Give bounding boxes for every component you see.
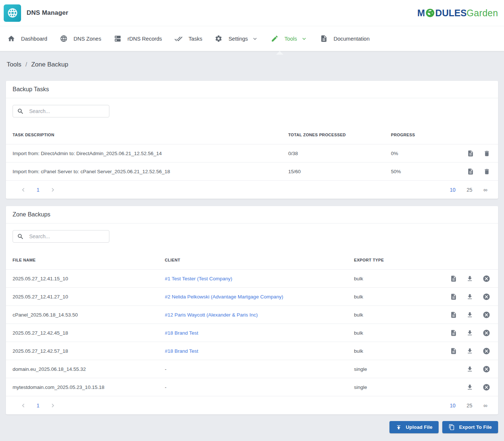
- backup-file-name: 2025.05.27_12.41.15_10: [13, 276, 165, 281]
- view-file-button[interactable]: [467, 150, 474, 157]
- upload-file-button[interactable]: Upload File: [389, 421, 439, 433]
- backup-tasks-search-input[interactable]: [13, 105, 109, 117]
- page-size-all[interactable]: ∞: [483, 402, 487, 408]
- backup-export-type: single: [354, 366, 450, 372]
- zone-backups-pagination: 1 10 25 ∞: [6, 396, 498, 414]
- delete-task-button[interactable]: [483, 150, 490, 157]
- zone-backups-table-header: FILE NAME CLIENT EXPORT TYPE: [6, 251, 498, 269]
- table-row: 2025.05.27_12.42.57_18 #18 Brand Test bu…: [6, 342, 498, 360]
- next-page-button[interactable]: [49, 402, 57, 409]
- remove-backup-button[interactable]: [483, 275, 490, 283]
- remove-backup-button[interactable]: [483, 347, 490, 355]
- table-row: cPanel_2025.06.18_14.53.50 #12 Paris Way…: [6, 305, 498, 324]
- column-header-task-description: TASK DESCRIPTION: [13, 133, 288, 137]
- backup-tasks-pagination: 1 10 25 ∞: [6, 180, 498, 199]
- active-nav-pointer: [276, 51, 283, 55]
- backup-file-name: mytestdomain.com_2025.05.23_10.15.18: [13, 384, 165, 390]
- nav-item-label: Tasks: [188, 36, 202, 42]
- download-file-button[interactable]: [466, 293, 473, 300]
- backup-client[interactable]: #1 Test Tester (Test Company): [165, 276, 354, 281]
- nav-item-dashboard[interactable]: Dashboard: [7, 35, 47, 42]
- breadcrumb-section[interactable]: Tools: [7, 61, 21, 68]
- download-file-button[interactable]: [466, 366, 473, 373]
- table-row: mytestdomain.com_2025.05.23_10.15.18 - s…: [6, 378, 498, 396]
- nav-item-tools[interactable]: Tools: [271, 35, 307, 42]
- view-file-button[interactable]: [467, 168, 474, 175]
- backup-export-type: bulk: [354, 330, 450, 336]
- nav-item-label: Tools: [285, 36, 297, 42]
- page-actions: Upload File Export To File: [6, 421, 498, 433]
- page-number[interactable]: 1: [37, 187, 40, 193]
- download-file-button[interactable]: [466, 348, 473, 355]
- page-number[interactable]: 1: [37, 403, 40, 408]
- breadcrumb: Tools / Zone Backup: [7, 61, 498, 68]
- page-size-all[interactable]: ∞: [483, 187, 487, 193]
- nav-item-rdns-records[interactable]: rDNS Records: [114, 35, 162, 42]
- download-file-button[interactable]: [466, 311, 473, 318]
- backup-file-name: 2025.05.27_12.42.45_18: [13, 330, 165, 336]
- download-file-button[interactable]: [466, 384, 473, 391]
- task-total-zones: 15/60: [288, 169, 391, 174]
- backup-client[interactable]: #2 Nelida Pelkowski (Advantage Martgage …: [165, 294, 354, 300]
- pencil-icon: [271, 35, 279, 42]
- upload-file-label: Upload File: [406, 424, 432, 430]
- table-row: Import from: cPanel Server to: cPanel Se…: [6, 162, 498, 180]
- view-file-button[interactable]: [450, 329, 457, 336]
- nav-item-tasks[interactable]: Tasks: [174, 35, 202, 43]
- app-header: DNS Manager M DULES Garden: [0, 0, 504, 26]
- view-file-button[interactable]: [450, 348, 457, 355]
- table-row: 2025.05.27_12.41.15_10 #1 Test Tester (T…: [6, 269, 498, 287]
- export-to-file-label: Export To File: [459, 424, 492, 430]
- view-file-button[interactable]: [450, 311, 457, 318]
- zone-backups-search-input[interactable]: [13, 230, 109, 243]
- next-page-button[interactable]: [49, 186, 57, 194]
- column-header-export-type: EXPORT TYPE: [354, 258, 498, 262]
- delete-task-button[interactable]: [483, 168, 490, 175]
- nav-item-settings[interactable]: Settings: [215, 35, 258, 42]
- backup-client[interactable]: #18 Brand Test: [165, 330, 354, 336]
- logo-globe-icon: [425, 8, 435, 18]
- page-size-25[interactable]: 25: [467, 403, 473, 408]
- column-header-progress: PROGRESS: [391, 133, 498, 137]
- task-description: Import from: cPanel Server to: cPanel Se…: [13, 169, 288, 174]
- copy-icon: [449, 424, 455, 430]
- breadcrumb-separator: /: [25, 61, 27, 68]
- page-size-10[interactable]: 10: [450, 403, 456, 408]
- download-file-button[interactable]: [466, 329, 473, 336]
- nav-item-documentation[interactable]: Documentation: [320, 35, 370, 42]
- prev-page-button[interactable]: [20, 186, 27, 194]
- breadcrumb-page: Zone Backup: [31, 61, 68, 68]
- download-file-button[interactable]: [466, 275, 473, 282]
- backup-file-name: cPanel_2025.06.18_14.53.50: [13, 312, 165, 318]
- remove-backup-button[interactable]: [483, 293, 490, 301]
- remove-backup-button[interactable]: [483, 311, 490, 319]
- view-file-button[interactable]: [450, 275, 457, 282]
- backup-export-type: bulk: [354, 276, 450, 281]
- backup-tasks-search: [13, 105, 109, 117]
- zone-backups-table-body: 2025.05.27_12.41.15_10 #1 Test Tester (T…: [6, 269, 498, 396]
- export-to-file-button[interactable]: Export To File: [442, 421, 498, 433]
- backup-export-type: bulk: [354, 348, 450, 354]
- zone-backups-search: [13, 230, 109, 243]
- nav-item-dns-zones[interactable]: DNS Zones: [60, 35, 101, 42]
- view-file-button[interactable]: [450, 293, 457, 300]
- table-row: 2025.05.27_12.42.45_18 #18 Brand Test bu…: [6, 324, 498, 342]
- backup-client[interactable]: #12 Paris Waycott (Alexander & Paris Inc…: [165, 312, 354, 318]
- prev-page-button[interactable]: [20, 402, 27, 409]
- backup-client: -: [165, 384, 354, 390]
- backup-export-type: bulk: [354, 312, 450, 318]
- nav-item-label: Documentation: [334, 36, 370, 42]
- backup-tasks-table-body: Import from: DirectAdmin to: DirectAdmin…: [6, 144, 498, 180]
- page-size-10[interactable]: 10: [450, 187, 456, 193]
- backup-client[interactable]: #18 Brand Test: [165, 348, 354, 354]
- nav-item-label: Settings: [228, 36, 248, 42]
- globe-icon: [60, 35, 68, 42]
- remove-backup-button[interactable]: [483, 383, 490, 391]
- done-all-icon: [174, 35, 183, 43]
- task-progress: 0%: [391, 151, 467, 156]
- backup-tasks-card: Backup Tasks TASK DESCRIPTION TOTAL ZONE…: [6, 81, 498, 199]
- remove-backup-button[interactable]: [483, 365, 490, 373]
- remove-backup-button[interactable]: [483, 329, 490, 337]
- page-size-25[interactable]: 25: [467, 187, 473, 193]
- modulesgarden-logo: M DULES Garden: [417, 8, 498, 18]
